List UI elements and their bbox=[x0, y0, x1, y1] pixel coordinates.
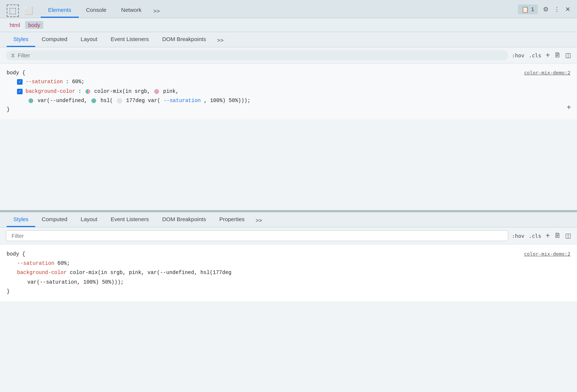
panel2-subtabs: Styles Computed Layout Event Listeners D… bbox=[0, 212, 577, 227]
prop3-value: 60%; bbox=[57, 260, 70, 266]
prop2-hsl-start: hsl( bbox=[101, 98, 113, 104]
prop2-line2: var(--undefined, hsl( 177deg var( --satu… bbox=[7, 97, 570, 105]
hsl-circle-swatch[interactable] bbox=[117, 98, 122, 103]
badge-icon: 📋 bbox=[522, 6, 529, 13]
prop4-value2: var(--saturation, 100%) 50%))); bbox=[27, 279, 124, 285]
prop4-line1: background-color color-mix(in srgb, pink… bbox=[7, 268, 570, 277]
badge-count: 1 bbox=[531, 6, 534, 12]
subtab1-styles[interactable]: Styles bbox=[7, 32, 35, 47]
prop4-name: background-color bbox=[17, 270, 67, 276]
code-selector-line: body { bbox=[7, 69, 524, 78]
breadcrumb-html[interactable]: html bbox=[7, 21, 23, 29]
element-state-icon2[interactable]: ◫ bbox=[565, 232, 571, 240]
subtab1-layout[interactable]: Layout bbox=[74, 32, 104, 47]
prop1-colon: : 60%; bbox=[66, 78, 84, 87]
code-link1[interactable]: color-mix-demo:2 bbox=[524, 69, 570, 77]
hov-button[interactable]: :hov bbox=[512, 53, 524, 58]
prop3-name: --saturation bbox=[17, 260, 54, 266]
code2-selector: body { bbox=[7, 250, 25, 259]
prop2-sat-var: --saturation bbox=[163, 98, 201, 104]
prop3-line: --saturation 60%; bbox=[7, 259, 570, 268]
add-style-icon[interactable]: + bbox=[546, 51, 550, 60]
breadcrumb: html body bbox=[0, 18, 577, 32]
subtab2-event-listeners[interactable]: Event Listeners bbox=[104, 212, 155, 227]
panel2-filter-bar: :hov .cls + 🖹 ◫ bbox=[0, 227, 577, 244]
filter-input[interactable] bbox=[18, 52, 503, 58]
tab-console[interactable]: Console bbox=[79, 4, 114, 18]
prop1-checkbox[interactable] bbox=[17, 79, 23, 85]
subtab2-more[interactable]: >> bbox=[251, 213, 267, 227]
prop2-checkbox[interactable] bbox=[17, 89, 23, 94]
prop1-name: --saturation bbox=[26, 78, 63, 87]
code2-selector-line: body { bbox=[7, 250, 524, 259]
prop2-var: var(--undefined, bbox=[37, 98, 90, 104]
color-mix-swatch[interactable] bbox=[85, 89, 90, 94]
topbar-actions: 📋 1 ⚙ ⋮ ✕ bbox=[518, 4, 570, 17]
element-state-icon[interactable]: ◫ bbox=[565, 51, 571, 59]
panel1-filter-bar: ⧖ :hov .cls + 🖹 ◫ bbox=[0, 47, 577, 64]
prop2-name: background-color bbox=[26, 87, 75, 96]
subtab2-styles[interactable]: Styles bbox=[7, 212, 35, 227]
subtab2-properties[interactable]: Properties bbox=[213, 212, 251, 227]
cls-button[interactable]: .cls bbox=[529, 53, 541, 58]
menu-icon[interactable]: ⋮ bbox=[554, 6, 560, 13]
prop2-colormix: color-mix(in srgb, bbox=[94, 87, 150, 96]
code-selector: body { bbox=[7, 69, 25, 78]
code-close-brace: } bbox=[7, 105, 570, 114]
close-icon[interactable]: ✕ bbox=[565, 6, 570, 13]
topbar-tabs: Elements Console Network >> bbox=[41, 4, 164, 18]
breadcrumb-body[interactable]: body bbox=[25, 21, 43, 29]
teal-swatch[interactable] bbox=[28, 98, 33, 103]
code-link2[interactable]: color-mix-demo:2 bbox=[524, 250, 570, 258]
code2-close-brace: } bbox=[7, 287, 570, 296]
prop1-line: --saturation : 60%; bbox=[7, 78, 570, 87]
prop2-line1: background-color : color-mix(in srgb, pi… bbox=[7, 87, 570, 96]
filter-input2[interactable] bbox=[11, 233, 503, 239]
add-style-icon2[interactable]: + bbox=[546, 232, 550, 240]
panel1-code: color-mix-demo:2 body { --saturation : 6… bbox=[0, 64, 577, 119]
inspector-icon[interactable]: ⬚ bbox=[7, 4, 19, 17]
filter-icon: ⧖ bbox=[11, 52, 15, 58]
new-style-rule-icon2[interactable]: 🖹 bbox=[554, 232, 561, 240]
add-rule-btn[interactable]: + bbox=[567, 102, 571, 114]
prop2-hsl-deg: 177deg var( bbox=[126, 98, 160, 104]
close-brace1: } bbox=[7, 105, 10, 114]
cls-button2[interactable]: .cls bbox=[529, 233, 541, 239]
prop2-hsl-rest: , 100%) 50%))); bbox=[204, 98, 250, 104]
topbar-more[interactable]: >> bbox=[149, 5, 165, 18]
topbar-icons: ⬚ ⬜ bbox=[7, 4, 33, 17]
panel1-subtabs: Styles Computed Layout Event Listeners D… bbox=[0, 32, 577, 47]
panel2: Styles Computed Layout Event Listeners D… bbox=[0, 212, 577, 392]
filter-input-wrap: ⧖ bbox=[6, 50, 508, 60]
panel2-code: color-mix-demo:2 body { --saturation 60%… bbox=[0, 244, 577, 301]
prop4-value: color-mix(in srgb, pink, var(--undefined… bbox=[70, 270, 232, 276]
filter-input-wrap2 bbox=[6, 230, 508, 241]
subtab1-dom-breakpoints[interactable]: DOM Breakpoints bbox=[156, 32, 213, 47]
prop2-pink: pink, bbox=[163, 87, 179, 96]
tab-network[interactable]: Network bbox=[114, 4, 149, 18]
badge-button[interactable]: 📋 1 bbox=[518, 4, 538, 14]
settings-icon[interactable]: ⚙ bbox=[543, 6, 549, 13]
panel1: Styles Computed Layout Event Listeners D… bbox=[0, 32, 577, 212]
new-style-rule-icon[interactable]: 🖹 bbox=[554, 52, 561, 59]
prop2-colon: : bbox=[78, 87, 81, 96]
subtab2-layout[interactable]: Layout bbox=[74, 212, 104, 227]
device-icon[interactable]: ⬜ bbox=[24, 6, 33, 15]
filter-actions: :hov .cls + 🖹 ◫ bbox=[512, 51, 571, 60]
pink-swatch[interactable] bbox=[154, 89, 159, 94]
tab-elements[interactable]: Elements bbox=[41, 4, 79, 18]
subtab1-more[interactable]: >> bbox=[213, 33, 228, 47]
hov-button2[interactable]: :hov bbox=[512, 233, 524, 239]
subtab2-dom-breakpoints[interactable]: DOM Breakpoints bbox=[156, 212, 213, 227]
filter-actions2: :hov .cls + 🖹 ◫ bbox=[512, 232, 571, 240]
subtab1-computed[interactable]: Computed bbox=[35, 32, 74, 47]
teal-swatch2[interactable] bbox=[91, 98, 96, 103]
subtab2-computed[interactable]: Computed bbox=[35, 212, 74, 227]
subtab1-event-listeners[interactable]: Event Listeners bbox=[104, 32, 155, 47]
close-brace2: } bbox=[7, 287, 10, 296]
prop4-line2: var(--saturation, 100%) 50%))); bbox=[7, 278, 570, 287]
devtools-topbar: ⬚ ⬜ Elements Console Network >> 📋 1 ⚙ ⋮ … bbox=[0, 0, 577, 18]
